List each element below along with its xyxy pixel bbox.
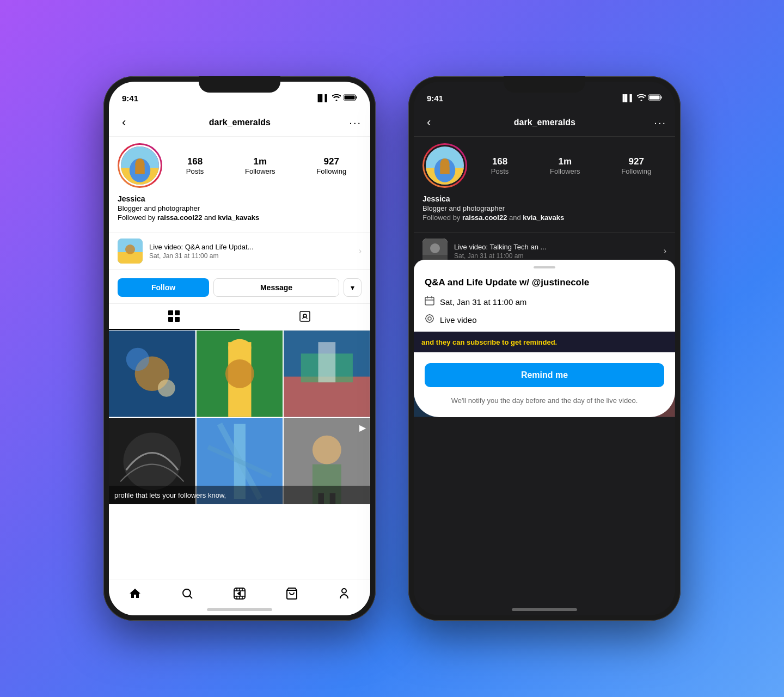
nav-profile-left[interactable] [331,585,357,602]
svg-point-42 [342,589,346,593]
calendar-icon [425,296,434,308]
profile-header-left: 168 Posts 1m Followers 927 Following [118,143,362,188]
svg-rect-13 [175,310,180,315]
profile-name-left: Jessica [118,194,362,203]
photo-grid-container-left: ▶ profile that lets your followers know, [109,331,370,504]
remind-button[interactable]: Remind me [425,363,664,387]
subtitle-text-right: and they can subscribe to get reminded. [421,338,557,346]
status-time-left: 9:41 [122,94,138,103]
bottom-sheet: Q&A and Life Update w/ @justinecole Sat,… [414,260,675,417]
follow-button-left[interactable]: Follow [118,278,209,297]
sheet-date-row: Sat, Jan 31 at 11:00 am [425,296,664,308]
sheet-handle [534,266,555,268]
wifi-icon-right [637,94,646,102]
profile-section-left: 168 Posts 1m Followers 927 Following Jes… [109,137,370,228]
status-time-right: 9:41 [427,94,443,103]
svg-point-7 [136,158,144,167]
sheet-title: Q&A and Life Update w/ @justinecole [425,277,664,288]
phone-left: 9:41 ▐▌▌ ‹ dark_emeralds ··· [103,76,376,621]
nav-search-left[interactable] [174,585,200,602]
status-icons-left: ▐▌▌ [315,94,357,102]
stat-followers-right[interactable]: 1m Followers [550,156,580,175]
phone-right: 9:41 ▐▌▌ ‹ dark_emeralds ··· [408,76,681,621]
svg-rect-29 [318,342,336,382]
svg-rect-14 [168,317,173,322]
more-button-left[interactable]: ··· [349,117,362,129]
battery-icon-left [344,94,357,102]
live-video-icon [425,314,434,326]
svg-line-39 [190,596,193,599]
photo-cell-2[interactable] [197,331,283,417]
profile-section-right: 168 Posts 1m Followers 927 Following Jes… [414,137,675,228]
message-button-left[interactable]: Message [213,278,339,297]
video-indicator-6: ▶ [359,423,366,433]
svg-rect-45 [661,96,662,99]
wifi-icon-left [332,94,341,102]
sheet-date-text: Sat, Jan 31 at 11:00 am [440,297,526,307]
avatar-right[interactable] [422,143,467,188]
live-chevron-right: › [664,246,666,256]
nav-shop-left[interactable] [279,585,305,602]
stats-left: 168 Posts 1m Followers 927 Following [171,156,362,175]
avatar-left[interactable] [118,143,162,188]
tab-bar-left [109,303,370,331]
svg-point-20 [126,348,149,371]
back-button-left[interactable]: ‹ [118,113,130,132]
sheet-caption: We'll notify you the day before and the … [425,396,664,406]
top-nav-left: ‹ dark_emeralds ··· [109,109,370,137]
phone-right-screen: 9:41 ▐▌▌ ‹ dark_emeralds ··· [414,82,675,615]
photo-cell-1[interactable] [109,331,195,417]
nav-reels-left[interactable] [226,585,253,602]
svg-point-25 [225,359,254,388]
svg-point-24 [228,339,251,357]
username-right: dark_emeralds [514,118,575,127]
stat-following-right[interactable]: 927 Following [621,156,651,175]
signal-icon-right: ▐▌▌ [620,94,634,102]
photo-grid-container-right: Q&A and Life Update w/ @justinecole Sat,… [414,331,675,417]
svg-point-34 [313,435,341,464]
svg-rect-1 [345,95,355,99]
profile-bio-left: Blogger and photographer [118,204,362,212]
profile-followed-right: Followed by raissa.cool22 and kvia_kavak… [422,213,666,222]
stat-followers-left[interactable]: 1m Followers [245,156,275,175]
svg-rect-16 [300,311,310,321]
photo-grid-left: ▶ [109,331,370,504]
svg-rect-51 [440,167,450,174]
photo-cell-3[interactable] [284,331,370,417]
notch-left [199,76,280,93]
live-card-left[interactable]: Live video: Q&A and Life Updat... Sat, J… [109,233,370,270]
svg-point-53 [430,243,440,253]
action-buttons-left: Follow Message ▾ [109,274,370,301]
svg-point-38 [183,589,191,597]
tab-grid-left[interactable] [109,304,240,330]
more-button-right[interactable]: ··· [654,117,666,129]
svg-point-71 [428,317,431,320]
svg-rect-12 [168,310,173,315]
tab-tagged-left[interactable] [240,304,370,330]
profile-bio-right: Blogger and photographer [422,204,666,212]
svg-rect-2 [356,96,357,99]
nav-home-left[interactable] [122,585,148,602]
live-info-left: Live video: Q&A and Life Updat... Sat, J… [149,243,352,260]
live-title-left: Live video: Q&A and Life Updat... [149,243,352,251]
svg-point-70 [426,315,433,322]
back-button-right[interactable]: ‹ [422,113,435,132]
more-button-dropdown-left[interactable]: ▾ [344,278,362,297]
home-indicator-right [512,608,577,611]
live-thumb-left [118,239,143,264]
live-chevron-left: › [359,246,362,256]
svg-rect-8 [135,167,145,174]
svg-point-50 [440,158,449,167]
status-icons-right: ▐▌▌ [620,94,662,102]
live-date-left: Sat, Jan 31 at 11:00 am [149,252,352,260]
live-info-right: Live video: Talking Tech an ... Sat, Jan… [454,243,657,260]
stat-posts-right[interactable]: 168 Posts [491,156,509,175]
stat-following-left[interactable]: 927 Following [316,156,346,175]
subtitle-overlay-left: profile that lets your followers know, [109,486,370,504]
stats-right: 168 Posts 1m Followers 927 Following [476,156,666,175]
stat-posts-left[interactable]: 168 Posts [186,156,204,175]
sheet-type-row: Live video [425,314,664,326]
sheet-type-text: Live video [440,315,477,325]
signal-icon-left: ▐▌▌ [315,94,329,102]
svg-rect-27 [284,377,370,417]
